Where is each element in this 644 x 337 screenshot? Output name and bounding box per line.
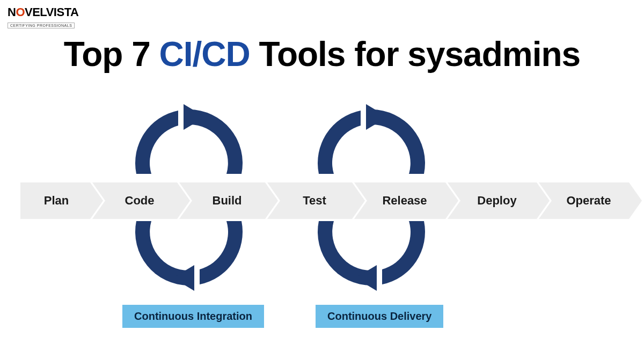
stage-plan: Plan: [20, 182, 90, 219]
stage-operate: Operate: [539, 182, 629, 219]
logo-suffix: VELVISTA: [25, 5, 78, 19]
cd-loop: [302, 99, 441, 303]
brand-logo: NOVELVISTA CERTIFYING PROFESSIONALS: [8, 5, 78, 29]
title-part1: Top 7: [64, 35, 159, 74]
ci-badge: Continuous Integration: [122, 305, 264, 328]
page-title: Top 7 CI/CD Tools for sysadmins: [0, 34, 644, 74]
stage-deploy: Deploy: [448, 182, 537, 219]
stage-operate-label: Operate: [551, 194, 616, 208]
logo-accent-letter: O: [16, 5, 25, 19]
stage-plan-label: Plan: [36, 194, 74, 208]
logo-prefix: N: [8, 5, 16, 19]
brand-name: NOVELVISTA: [8, 5, 78, 19]
brand-tagline: CERTIFYING PROFESSIONALS: [8, 23, 75, 28]
cd-loop-icon: [302, 99, 441, 303]
title-highlight: CI/CD: [159, 35, 250, 74]
title-part2: Tools for sysadmins: [250, 35, 580, 74]
cicd-diagram: Plan Code Build Test Release Deploy Oper…: [0, 102, 644, 333]
stage-deploy-label: Deploy: [462, 194, 522, 208]
cd-badge: Continuous Delivery: [316, 305, 443, 328]
